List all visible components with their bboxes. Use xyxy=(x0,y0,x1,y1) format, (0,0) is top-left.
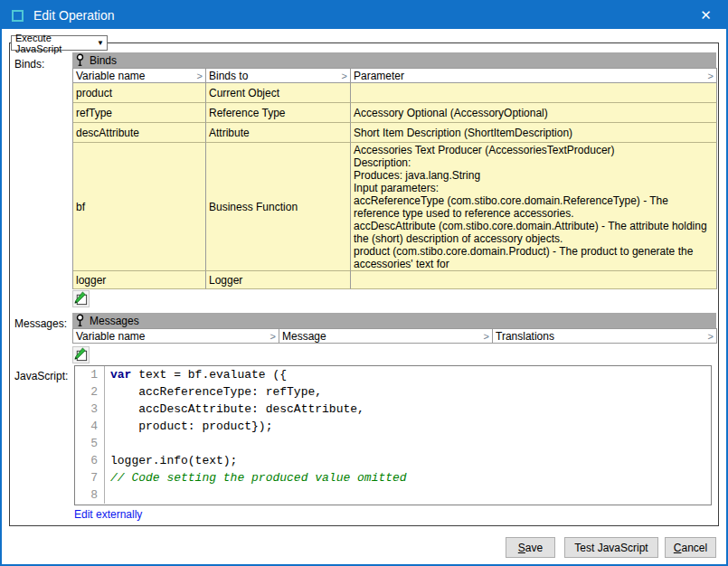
sort-icon: > xyxy=(708,71,714,81)
line-number: 8 xyxy=(75,486,105,504)
messages-col-variable-name[interactable]: Variable name > xyxy=(73,328,279,344)
messages-label: Messages: xyxy=(14,317,67,330)
binds-section-header: Binds xyxy=(72,52,716,68)
binds-row-reftype[interactable]: refType Reference Type Accessory Optiona… xyxy=(72,103,716,123)
code-line: 5 xyxy=(75,435,711,452)
bind-pin-icon xyxy=(75,53,85,67)
code-text: accReferenceType: refType, xyxy=(105,383,322,401)
binds-table: Binds Variable name > Binds to > Paramet… xyxy=(72,52,716,289)
dialog-icon xyxy=(12,10,24,22)
edit-pencil-icon xyxy=(73,291,89,307)
cell-binds-to: Business Function xyxy=(206,143,351,271)
cell-parameter: Accessory Optional (AccessoryOptional) xyxy=(351,103,717,123)
edit-operation-dialog: Edit Operation ✕ Execute JavaScript ▼ Bi… xyxy=(0,0,728,566)
edit-binds-button[interactable] xyxy=(72,290,90,307)
cell-binds-to: Logger xyxy=(206,271,351,289)
messages-col-message[interactable]: Message > xyxy=(279,328,493,344)
cell-variable: refType xyxy=(73,103,206,123)
sort-icon: > xyxy=(484,331,489,342)
cell-variable: descAttribute xyxy=(73,123,206,143)
test-javascript-button[interactable]: Test JavaScript xyxy=(564,537,658,558)
messages-header-row: Variable name > Message > Translations > xyxy=(72,328,716,344)
code-line: 4 product: product}); xyxy=(75,418,711,435)
titlebar: Edit Operation ✕ xyxy=(2,2,726,29)
line-number: 6 xyxy=(75,452,105,469)
messages-section-title: Messages xyxy=(90,315,139,327)
code-line: 8 xyxy=(75,486,711,504)
cell-parameter xyxy=(351,83,717,103)
code-line: 2 accReferenceType: refType, xyxy=(75,383,711,401)
line-number: 1 xyxy=(75,366,105,383)
code-line: 6 logger.info(text); xyxy=(75,452,711,469)
code-text: text = bf.evaluate ({ xyxy=(131,368,287,382)
cell-binds-to: Attribute xyxy=(206,123,351,143)
line-number: 4 xyxy=(75,418,105,435)
line-number: 2 xyxy=(75,383,105,401)
cell-variable: logger xyxy=(73,271,206,289)
binds-col-binds-to[interactable]: Binds to > xyxy=(206,68,351,83)
binds-row-logger[interactable]: logger Logger xyxy=(72,271,716,289)
close-button[interactable]: ✕ xyxy=(685,2,726,29)
cell-binds-to: Current Object xyxy=(206,83,351,103)
cell-parameter: Accessories Text Producer (AccessoriesTe… xyxy=(351,143,717,271)
sort-icon: > xyxy=(270,331,276,342)
keyword: var xyxy=(110,368,131,382)
line-number: 7 xyxy=(75,469,105,486)
edit-pencil-icon xyxy=(73,347,89,363)
code-text: accDescAttribute: descAttribute, xyxy=(105,401,364,418)
code-text: product: product}); xyxy=(105,418,272,435)
line-number: 5 xyxy=(75,435,105,452)
sort-icon: > xyxy=(197,71,203,81)
binds-row-product[interactable]: product Current Object xyxy=(72,83,716,103)
code-comment: // Code setting the produced value omitt… xyxy=(105,469,407,486)
binds-row-descattribute[interactable]: descAttribute Attribute Short Item Descr… xyxy=(72,123,716,143)
binds-section-title: Binds xyxy=(90,54,117,67)
close-icon: ✕ xyxy=(700,7,712,24)
cancel-button[interactable]: Cancel xyxy=(665,537,716,558)
code-line: 3 accDescAttribute: descAttribute, xyxy=(75,401,711,418)
operation-type-select[interactable]: Execute JavaScript ▼ xyxy=(11,35,108,51)
binds-col-parameter[interactable]: Parameter > xyxy=(351,68,717,83)
messages-section-header: Messages xyxy=(72,313,716,328)
code-text xyxy=(105,435,110,452)
binds-header-row: Variable name > Binds to > Parameter > xyxy=(72,68,716,83)
edit-externally-link[interactable]: Edit externally xyxy=(74,508,142,521)
edit-messages-button[interactable] xyxy=(72,346,90,363)
save-button[interactable]: Save xyxy=(506,537,555,558)
cell-binds-to: Reference Type xyxy=(206,103,351,123)
operation-type-value: Execute JavaScript xyxy=(15,33,97,54)
chevron-down-icon: ▼ xyxy=(97,39,104,47)
line-number: 3 xyxy=(75,401,105,418)
binds-col-variable-name[interactable]: Variable name > xyxy=(73,68,206,83)
binds-label: Binds: xyxy=(14,58,44,71)
code-text: logger.info(text); xyxy=(105,452,237,469)
javascript-code-editor[interactable]: 1 var text = bf.evaluate ({ 2 accReferen… xyxy=(74,365,712,505)
cell-parameter: Short Item Description (ShortItemDescrip… xyxy=(351,123,717,143)
code-line: 7 // Code setting the produced value omi… xyxy=(75,469,711,486)
code-line: 1 var text = bf.evaluate ({ xyxy=(75,366,711,383)
cell-variable: product xyxy=(73,83,206,103)
messages-col-translations[interactable]: Translations > xyxy=(493,328,717,344)
bind-pin-icon xyxy=(75,314,85,327)
javascript-label: JavaScript: xyxy=(14,370,68,382)
sort-icon: > xyxy=(342,71,347,81)
sort-icon: > xyxy=(708,331,714,342)
page-title: Edit Operation xyxy=(33,8,115,23)
messages-table: Messages Variable name > Message > Trans… xyxy=(72,313,716,344)
code-text xyxy=(105,486,110,504)
cell-variable: bf xyxy=(73,143,206,271)
cell-parameter xyxy=(351,271,717,289)
binds-row-bf[interactable]: bf Business Function Accessories Text Pr… xyxy=(72,143,716,271)
